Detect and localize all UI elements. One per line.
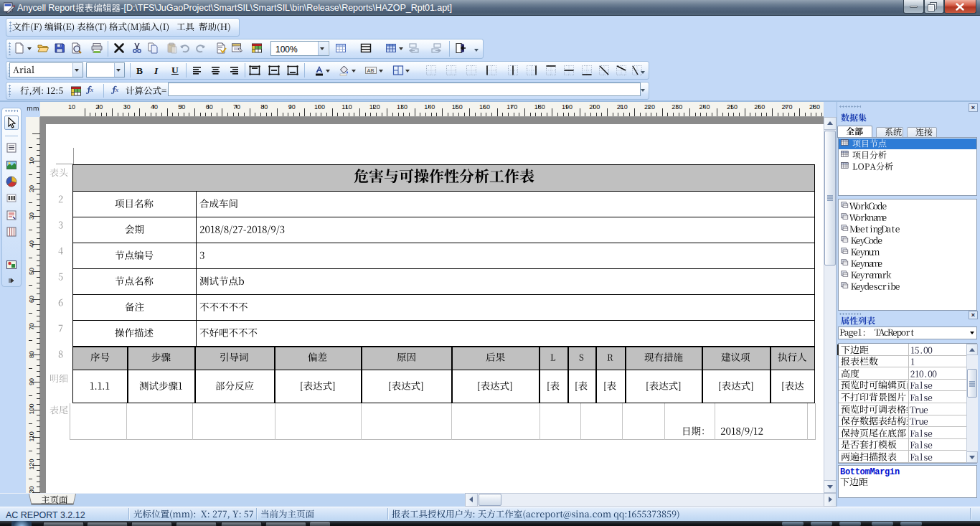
svg-text:AB: AB xyxy=(367,67,374,74)
